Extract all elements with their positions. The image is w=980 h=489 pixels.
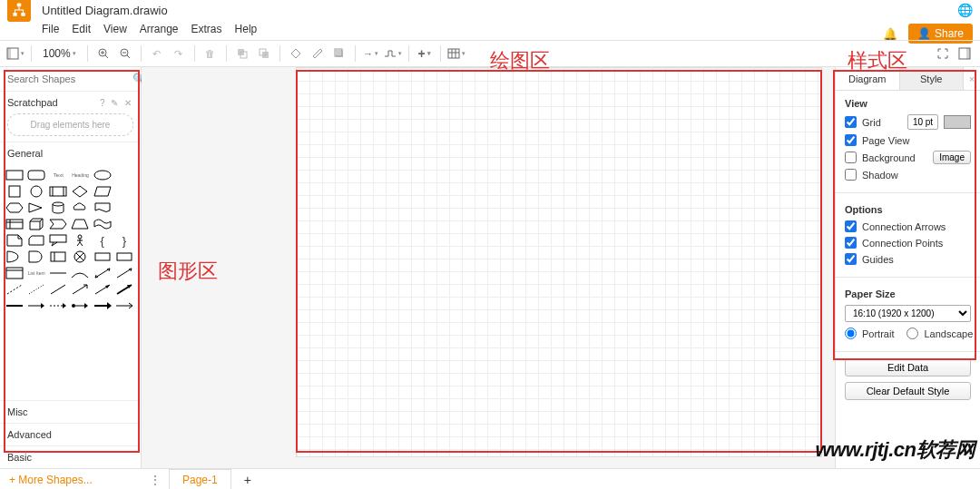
fill-color-icon[interactable] — [286, 44, 306, 64]
page-tab[interactable]: Page-1 — [169, 469, 231, 489]
shape-circle[interactable] — [27, 184, 45, 199]
notifications-icon[interactable]: 🔔 — [883, 27, 897, 41]
menu-arrange[interactable]: Arrange — [140, 23, 179, 35]
shape-curly2[interactable]: } — [115, 233, 133, 248]
scratchpad-actions[interactable]: ? ✎ ✕ — [100, 98, 133, 108]
zoom-in-icon[interactable] — [93, 44, 113, 64]
shape-step[interactable] — [49, 217, 67, 231]
insert-icon[interactable]: + — [415, 44, 435, 64]
shape-cylinder[interactable] — [49, 200, 67, 215]
menu-edit[interactable]: Edit — [72, 23, 91, 35]
shape-cloud[interactable] — [71, 200, 89, 215]
shape-line-h[interactable] — [49, 266, 67, 280]
shadow-icon[interactable] — [329, 44, 349, 64]
grid-size-input[interactable] — [907, 114, 938, 130]
shape-curly[interactable]: { — [93, 233, 112, 248]
shape-arrow-bi[interactable] — [93, 266, 112, 280]
pages-menu-icon[interactable]: ⋮ — [149, 473, 162, 487]
shape-arrow4[interactable] — [115, 282, 133, 297]
portrait-radio[interactable] — [845, 328, 857, 339]
shape-or[interactable] — [5, 249, 24, 264]
shape-line2[interactable] — [49, 282, 67, 297]
category-general[interactable]: General — [0, 142, 141, 164]
shape-datastore[interactable] — [49, 249, 67, 264]
delete-icon[interactable]: 🗑 — [201, 44, 220, 64]
shape-diamond[interactable] — [71, 184, 89, 199]
grid-color-swatch[interactable] — [944, 115, 971, 129]
menu-extras[interactable]: Extras — [191, 23, 222, 35]
shape-line-curve[interactable] — [71, 266, 89, 280]
shape-tape[interactable] — [93, 217, 112, 231]
document-title[interactable]: Untitled Diagram.drawio — [42, 4, 168, 17]
connpoints-checkbox[interactable] — [845, 237, 857, 249]
shape-conn4[interactable] — [71, 298, 89, 313]
redo-icon[interactable]: ↷ — [169, 44, 189, 64]
fullscreen-icon[interactable] — [933, 44, 953, 64]
editdata-button[interactable]: Edit Data — [845, 358, 971, 377]
clearstyle-button[interactable]: Clear Default Style — [845, 382, 971, 400]
shape-rounded[interactable] — [27, 168, 45, 182]
shape-container[interactable] — [5, 266, 24, 280]
shape-conn3[interactable] — [49, 298, 67, 313]
menu-view[interactable]: View — [103, 23, 127, 35]
menu-file[interactable]: File — [42, 23, 59, 35]
shape-xor[interactable] — [71, 249, 89, 264]
shape-trapezoid[interactable] — [71, 217, 89, 231]
zoom-out-icon[interactable] — [115, 44, 135, 64]
shape-parallelogram[interactable] — [93, 184, 112, 199]
shape-dashed[interactable] — [5, 282, 24, 297]
connarrows-checkbox[interactable] — [845, 220, 857, 232]
pageview-checkbox[interactable] — [845, 134, 857, 146]
background-checkbox[interactable] — [845, 152, 857, 163]
shape-callout[interactable] — [49, 233, 67, 248]
shape-conn6[interactable] — [115, 298, 133, 313]
connection-icon[interactable]: → — [361, 44, 381, 64]
guides-checkbox[interactable] — [845, 253, 857, 265]
shape-document[interactable] — [93, 200, 112, 215]
zoom-select[interactable]: 100% — [37, 47, 82, 60]
shape-blank3[interactable] — [115, 200, 133, 215]
close-icon[interactable]: × — [964, 67, 980, 90]
shadow-checkbox[interactable] — [845, 169, 857, 181]
grid-checkbox[interactable] — [845, 116, 857, 128]
shape-triangle[interactable] — [27, 200, 45, 215]
shape-square[interactable] — [5, 184, 24, 199]
globe-icon[interactable]: 🌐 — [957, 3, 973, 17]
table-icon[interactable] — [446, 44, 466, 64]
waypoint-icon[interactable] — [383, 44, 403, 64]
canvas-grid[interactable] — [296, 67, 822, 457]
shape-note[interactable] — [5, 233, 24, 248]
image-button[interactable]: Image — [933, 151, 971, 164]
shape-arrow[interactable] — [115, 266, 133, 280]
tab-style[interactable]: Style — [900, 67, 965, 90]
shape-conn1[interactable] — [5, 298, 24, 313]
shape-listitem[interactable]: List Item — [27, 266, 45, 280]
landscape-radio[interactable] — [906, 328, 918, 339]
category-advanced[interactable]: Advanced — [0, 423, 141, 445]
scratchpad-label[interactable]: Scratchpad — [7, 97, 58, 108]
shape-cube[interactable] — [27, 217, 45, 231]
shape-rect2[interactable] — [93, 249, 112, 264]
shape-arrow3[interactable] — [93, 282, 112, 297]
more-shapes-button[interactable]: + More Shapes... — [0, 474, 142, 486]
undo-icon[interactable]: ↶ — [147, 44, 167, 64]
add-page-icon[interactable]: + — [239, 473, 257, 487]
canvas[interactable] — [142, 67, 835, 468]
shape-process[interactable] — [49, 184, 67, 199]
shape-hexagon[interactable] — [5, 200, 24, 215]
shape-dotted[interactable] — [27, 282, 45, 297]
shape-blank[interactable] — [115, 168, 133, 182]
line-color-icon[interactable] — [308, 44, 328, 64]
shape-rect[interactable] — [5, 168, 24, 182]
shape-text[interactable]: Text — [49, 168, 67, 182]
shape-blank2[interactable] — [115, 184, 133, 199]
format-panel-icon[interactable] — [955, 44, 975, 64]
tab-diagram[interactable]: Diagram — [836, 67, 900, 90]
shape-and[interactable] — [27, 249, 45, 264]
to-back-icon[interactable] — [254, 44, 274, 64]
shape-conn5[interactable] — [93, 298, 112, 313]
category-misc[interactable]: Misc — [0, 400, 141, 423]
shape-card[interactable] — [27, 233, 45, 248]
shape-heading[interactable]: Heading — [71, 168, 89, 182]
shape-actor[interactable] — [71, 233, 89, 248]
